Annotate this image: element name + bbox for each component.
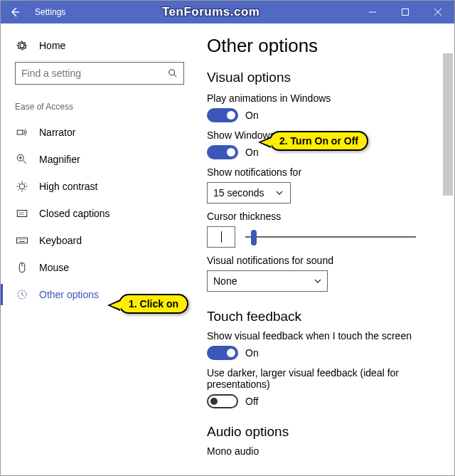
sidebar-item-keyboard[interactable]: Keyboard — [12, 227, 187, 254]
back-button[interactable] — [1, 1, 29, 23]
darker-toggle-row: Off — [207, 394, 440, 408]
slider-track — [245, 236, 416, 238]
keyboard-icon — [15, 234, 29, 247]
minimize-icon — [369, 9, 376, 16]
mouse-icon — [15, 261, 29, 274]
svg-rect-7 — [17, 238, 28, 243]
sidebar: Home Ease of Access Narrator Magnifier H… — [1, 23, 194, 475]
window-title: Settings — [29, 7, 65, 17]
window-controls — [356, 1, 454, 23]
background-state: On — [245, 147, 259, 158]
slider-thumb[interactable] — [251, 230, 257, 245]
svg-rect-2 — [17, 130, 23, 134]
search-box[interactable] — [15, 62, 184, 85]
sidebar-item-label: Closed captions — [39, 208, 110, 219]
visual-notif-select[interactable]: None — [207, 270, 328, 292]
search-input[interactable] — [21, 68, 168, 79]
darker-state: Off — [245, 396, 258, 407]
background-toggle[interactable] — [207, 145, 238, 159]
animations-toggle[interactable] — [207, 108, 238, 122]
touch-toggle[interactable] — [207, 346, 238, 360]
minimize-button[interactable] — [356, 1, 389, 23]
sidebar-item-label: Other options — [39, 289, 99, 300]
animations-state: On — [245, 110, 259, 121]
svg-point-4 — [19, 184, 25, 189]
touch-state: On — [245, 347, 259, 359]
audio-options-heading: Audio options — [207, 424, 440, 440]
darker-toggle[interactable] — [207, 394, 238, 408]
touch-label: Show visual feedback when I touch the sc… — [207, 330, 440, 342]
watermark: TenForums.com — [65, 5, 356, 19]
titlebar: Settings TenForums.com — [1, 1, 454, 23]
chevron-down-icon — [314, 277, 321, 285]
chevron-down-icon — [276, 189, 283, 196]
cursor-preview — [207, 226, 235, 248]
arrow-left-icon — [9, 6, 21, 18]
notifications-label: Show notifications for — [207, 166, 440, 178]
notifications-select[interactable]: 15 seconds — [207, 182, 291, 203]
cursor-bar-icon — [221, 231, 222, 243]
darker-label: Use darker, larger visual feedback (idea… — [207, 367, 440, 390]
sidebar-item-narrator[interactable]: Narrator — [12, 119, 187, 146]
scrollbar[interactable] — [443, 53, 453, 471]
touch-toggle-row: On — [207, 346, 440, 360]
visual-notif-label: Visual notifications for sound — [207, 255, 440, 266]
main-panel: Other options Visual options Play animat… — [194, 23, 454, 475]
contrast-icon — [15, 180, 29, 193]
sidebar-item-mouse[interactable]: Mouse — [12, 254, 187, 281]
callout-2: 2. Turn On or Off — [269, 131, 368, 151]
callout-1: 1. Click on — [119, 294, 188, 314]
sidebar-item-label: Narrator — [39, 127, 75, 138]
svg-text:CC: CC — [19, 211, 25, 216]
close-icon — [434, 9, 441, 16]
sidebar-item-high-contrast[interactable]: High contrast — [12, 173, 187, 200]
scrollbar-thumb[interactable] — [443, 53, 453, 196]
cursor-thickness-row — [207, 226, 440, 248]
sidebar-item-closed-captions[interactable]: CC Closed captions — [12, 200, 187, 227]
touch-feedback-heading: Touch feedback — [207, 309, 440, 324]
animations-toggle-row: On — [207, 108, 440, 122]
sidebar-item-label: High contrast — [39, 181, 97, 192]
mono-audio-label: Mono audio — [207, 445, 440, 457]
gear-icon — [15, 39, 29, 52]
visual-options-heading: Visual options — [207, 70, 440, 85]
close-button[interactable] — [422, 1, 454, 23]
svg-point-1 — [169, 70, 175, 75]
other-options-icon — [15, 288, 29, 301]
sidebar-item-label: Keyboard — [39, 235, 82, 246]
maximize-icon — [402, 9, 409, 16]
cursor-label: Cursor thickness — [207, 211, 440, 222]
svg-rect-0 — [402, 9, 409, 16]
maximize-button[interactable] — [389, 1, 422, 23]
page-title: Other options — [207, 35, 440, 57]
home-nav[interactable]: Home — [12, 35, 187, 62]
home-label: Home — [39, 40, 65, 51]
sidebar-item-label: Mouse — [39, 262, 69, 273]
narrator-icon — [15, 126, 29, 139]
search-icon — [168, 68, 178, 78]
magnifier-icon — [15, 153, 29, 166]
cc-icon: CC — [15, 207, 29, 220]
sidebar-item-label: Magnifier — [39, 154, 80, 165]
animations-label: Play animations in Windows — [207, 92, 440, 104]
sidebar-item-magnifier[interactable]: Magnifier — [12, 146, 187, 173]
cursor-slider[interactable] — [245, 230, 416, 244]
notifications-value: 15 seconds — [213, 187, 264, 199]
visual-notif-value: None — [213, 275, 303, 287]
section-title: Ease of Access — [12, 97, 187, 119]
